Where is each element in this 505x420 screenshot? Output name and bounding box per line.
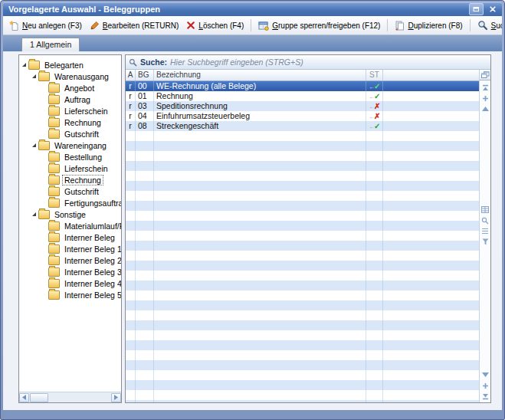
- tree-item-sonstige[interactable]: Sonstige: [19, 208, 121, 220]
- delete-x-icon: [186, 21, 195, 30]
- search-button[interactable]: Suchen (STRG+S): [474, 18, 502, 32]
- new-button[interactable]: Neu anlegen (F3): [6, 19, 85, 32]
- empty-row: [126, 390, 479, 400]
- tree-item-label: Interner Beleg 2 (PPS): [63, 256, 121, 265]
- plus-button[interactable]: [481, 94, 490, 102]
- cell-filler: [383, 241, 479, 251]
- cell-filler: [383, 251, 479, 261]
- tree-item-lieferschein[interactable]: Lieferschein: [19, 162, 121, 174]
- cell-status: [366, 390, 383, 400]
- search-icon: [477, 20, 488, 31]
- list-button[interactable]: [481, 228, 490, 235]
- folder-icon: [38, 141, 50, 150]
- tab-allgemein[interactable]: 1 Allgemein: [21, 38, 80, 51]
- cell-art: [126, 211, 136, 221]
- cell-bezeichnung: [154, 370, 366, 380]
- folder-icon: [48, 84, 60, 93]
- title-bar[interactable]: Vorgelagerte Auswahl - Beleggruppen: [3, 2, 502, 16]
- folder-icon: [48, 130, 60, 139]
- cell-status: [366, 290, 383, 300]
- delete-button[interactable]: Löschen (F4): [183, 19, 247, 31]
- close-button[interactable]: [486, 4, 499, 15]
- tree-item-wareneingang[interactable]: Wareneingang: [19, 139, 121, 151]
- toolbar-button-label: Bearbeiten (RETURN): [103, 21, 179, 30]
- tree-item-materialumlauf-reparatur[interactable]: Materialumlauf/Reparatur: [19, 220, 121, 231]
- tree-item-interner-beleg-1-pps-[interactable]: Interner Beleg 1 (PPS): [19, 243, 121, 254]
- tree-item-warenausgang[interactable]: Warenausgang: [19, 71, 121, 82]
- plus-button[interactable]: [481, 382, 490, 389]
- filter-button[interactable]: [481, 238, 490, 246]
- expand-triangle-icon[interactable]: [32, 212, 36, 216]
- tree-item-belegarten[interactable]: Belegarten: [19, 59, 121, 71]
- cell-bezeichnung: [154, 340, 366, 350]
- empty-row: [126, 141, 479, 151]
- search-input[interactable]: [170, 57, 487, 67]
- tree-item-interner-beleg-4-pps-[interactable]: Interner Beleg 4 (PPS): [19, 277, 121, 289]
- cell-bezeichnung: [154, 390, 366, 400]
- table-row[interactable]: r01Rechnung←✓: [126, 91, 479, 101]
- tree-item-rechnung[interactable]: Rechnung: [19, 116, 121, 128]
- cell-filler: [383, 81, 479, 91]
- cell-bg: [136, 251, 154, 261]
- cell-art: [126, 181, 136, 191]
- tree-item-lieferschein[interactable]: Lieferschein: [19, 105, 121, 116]
- tree-item-auftrag[interactable]: Auftrag: [19, 94, 121, 105]
- column-header-st[interactable]: ST: [366, 70, 383, 80]
- column-header-a[interactable]: A: [126, 70, 136, 80]
- grid-button[interactable]: [481, 206, 490, 214]
- cell-filler: [383, 300, 479, 310]
- status-cross-icon: ✗: [374, 102, 380, 110]
- expand-triangle-icon[interactable]: [32, 143, 36, 147]
- cell-bezeichnung: [154, 261, 366, 271]
- expand-triangle-icon[interactable]: [32, 74, 36, 78]
- scrollbar-thumb[interactable]: [30, 393, 48, 402]
- tree-item-label: Lieferschein: [63, 164, 110, 173]
- tree-item-fertigungsauftrag-pps-[interactable]: Fertigungsauftrag (PPS): [19, 197, 121, 208]
- arrow-down-button[interactable]: [481, 371, 490, 379]
- cell-bg: [136, 191, 154, 201]
- tree-item-rechnung[interactable]: Rechnung: [19, 174, 121, 185]
- tree-item-interner-beleg-3-pps-[interactable]: Interner Beleg 3 (PPS): [19, 266, 121, 277]
- scroll-right-button[interactable]: [111, 393, 121, 402]
- tree-item-interner-beleg-5-pps-[interactable]: Interner Beleg 5 (PPS): [19, 289, 121, 300]
- search-bar[interactable]: Suche:: [126, 55, 490, 70]
- duplicate-button[interactable]: Duplizieren (F8): [392, 19, 465, 32]
- cell-bezeichnung: [154, 380, 366, 390]
- table-row[interactable]: r03Speditionsrechnung←✗: [126, 101, 479, 111]
- restore-button[interactable]: [469, 3, 484, 15]
- tree-item-gutschrift[interactable]: Gutschrift: [19, 185, 121, 197]
- cell-bg: [136, 360, 154, 370]
- cell-bezeichnung: [154, 151, 366, 161]
- tree-item-interner-beleg[interactable]: Interner Beleg: [19, 231, 121, 243]
- column-header-bg[interactable]: BG: [136, 70, 154, 80]
- cell-art: [126, 281, 136, 290]
- table-row[interactable]: r04Einfuhrumsatzsteuerbeleg←✗: [126, 111, 479, 121]
- tree-item-interner-beleg-2-pps-[interactable]: Interner Beleg 2 (PPS): [19, 254, 121, 266]
- lock-group-button[interactable]: Gruppe sperren/freigeben (F12): [255, 19, 383, 32]
- tree-horizontal-scrollbar[interactable]: [19, 392, 121, 402]
- table-row[interactable]: r00WE-Rechnung (alle Belege)←✓: [126, 81, 479, 91]
- cell-bezeichnung: Speditionsrechnung: [154, 101, 366, 111]
- cell-art: r: [126, 121, 136, 131]
- tree-item-bestellung[interactable]: Bestellung: [19, 151, 121, 162]
- cell-filler: [383, 290, 479, 300]
- cell-bezeichnung: Einfuhrumsatzsteuerbeleg: [154, 111, 366, 121]
- column-chooser-button[interactable]: [480, 70, 490, 80]
- table-row[interactable]: r08Streckengeschäft←✓: [126, 121, 479, 131]
- magnifier-button[interactable]: [481, 217, 490, 225]
- expand-triangle-icon[interactable]: [22, 63, 26, 67]
- arrow-up-button[interactable]: [481, 105, 490, 113]
- empty-row: [126, 300, 479, 310]
- column-header-bez[interactable]: Bezeichnung: [154, 70, 366, 80]
- tree-item-angebot[interactable]: Angebot: [19, 82, 121, 94]
- go-bottom-button[interactable]: [481, 392, 490, 400]
- edit-button[interactable]: Bearbeiten (RETURN): [87, 19, 182, 32]
- go-top-button[interactable]: [481, 84, 490, 91]
- scroll-left-button[interactable]: [19, 393, 29, 402]
- grid-icon: [481, 206, 489, 213]
- tree-item-label: Gutschrift: [63, 130, 100, 139]
- folder-icon: [48, 187, 60, 196]
- cell-status: [366, 271, 383, 281]
- tree-item-gutschrift[interactable]: Gutschrift: [19, 128, 121, 139]
- grid-panel: Suche: ABGBezeichnungST r00WE-Rechnung (…: [125, 54, 491, 403]
